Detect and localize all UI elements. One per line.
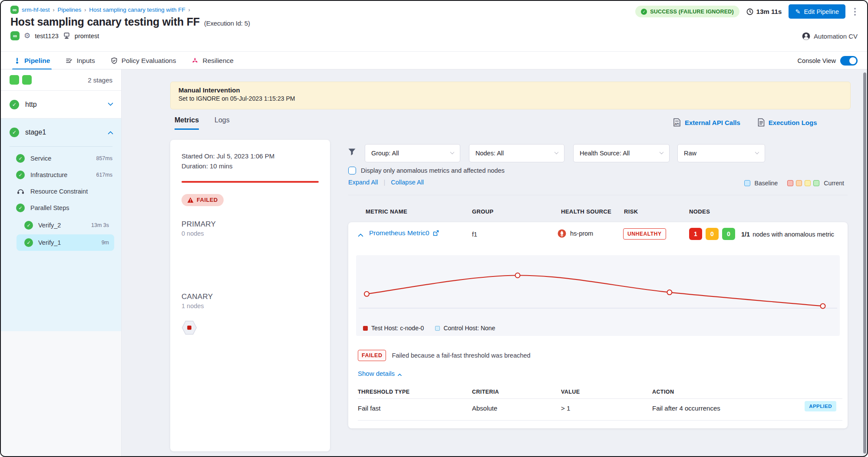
success-icon: ✓ xyxy=(16,171,25,179)
tab-resilience[interactable]: Resilience xyxy=(191,52,234,70)
divider xyxy=(358,420,842,421)
warning-triangle-icon xyxy=(187,197,194,203)
data-type-select[interactable]: Raw xyxy=(677,144,765,162)
breadcrumb-pipelines[interactable]: Pipelines xyxy=(58,7,82,13)
header-actions: ✓ SUCCESS (FAILURE IGNORED) 13m 11s ✎ Ed… xyxy=(635,4,858,19)
baseline-current-legend: Baseline Current xyxy=(744,180,844,187)
clock-icon xyxy=(746,8,753,15)
chevron-up-icon[interactable] xyxy=(108,131,113,136)
expand-collapse-row: Expand All | Collapse All xyxy=(348,179,424,186)
step-item-verify-1-selected[interactable]: ✓ Verify_1 9m xyxy=(17,234,114,251)
expand-all-link[interactable]: Expand All xyxy=(348,179,378,186)
app-window: ∞ srm-hf-test › Pipelines › Host samplin… xyxy=(0,0,868,457)
verify-panel-tabs: Metrics Logs xyxy=(175,116,230,130)
anomalous-checkbox[interactable] xyxy=(348,167,356,174)
step-item-resource-constraint[interactable]: Resource Constraint xyxy=(1,183,121,200)
collapse-metric-chevron-icon[interactable] xyxy=(358,233,363,239)
col-header-group: GROUP xyxy=(472,208,494,215)
node-risk-counts: 1 0 0 xyxy=(689,228,735,240)
tab-pipeline[interactable]: Pipeline xyxy=(14,52,50,70)
applied-badge: APPLIED xyxy=(805,401,836,411)
group-filter-select[interactable]: Group: All xyxy=(365,144,460,162)
step-item-verify-2[interactable]: ✓ Verify_2 13m 3s xyxy=(17,217,114,233)
vertical-scrollbar[interactable] xyxy=(863,72,866,454)
success-icon: ✓ xyxy=(24,238,33,247)
elapsed-time: 13m 11s xyxy=(746,8,782,15)
gear-icon: ⚙ xyxy=(24,32,30,39)
value-cell: > 1 xyxy=(561,404,570,412)
col-header-nodes: NODES xyxy=(689,208,710,215)
primary-node-count: 0 nodes xyxy=(182,230,319,237)
breadcrumb: ∞ srm-hf-test › Pipelines › Host samplin… xyxy=(10,6,190,14)
legend-control-host: Control Host: None xyxy=(435,325,495,332)
edit-pipeline-button[interactable]: ✎ Edit Pipeline xyxy=(789,4,845,19)
step-item-parallel-steps[interactable]: ✓ Parallel Steps xyxy=(1,200,121,216)
queue-icon xyxy=(17,188,25,195)
chevron-down-icon xyxy=(660,150,664,154)
tab-policy-evaluations[interactable]: Policy Evaluations xyxy=(111,52,176,70)
pipeline-icon xyxy=(14,57,20,64)
success-check-icon: ✓ xyxy=(641,9,647,15)
canary-node-count: 1 nodes xyxy=(182,302,319,309)
step-item-infrastructure[interactable]: ✓ Infrastructure 617ms xyxy=(1,167,121,183)
stage-square-icon xyxy=(22,75,32,85)
anomalous-checkbox-label: Display only anomalous metrics and affec… xyxy=(361,167,505,174)
metric-name-link[interactable]: Prometheus Metric0 xyxy=(369,229,439,237)
healthy-node-count: 0 xyxy=(722,228,735,240)
main-tabbar: Pipeline Inputs Policy Evaluations Resil… xyxy=(1,51,868,69)
metric-chart-svg xyxy=(356,255,840,336)
nodes-filter-select[interactable]: Nodes: All xyxy=(469,144,564,162)
metric-row-panel: Prometheus Metric0 f1 hs-prom UNHEALTHY … xyxy=(348,222,848,428)
tab-logs[interactable]: Logs xyxy=(215,116,230,130)
external-link-icon xyxy=(433,230,439,236)
more-options-menu[interactable] xyxy=(852,6,858,17)
filter-funnel-icon xyxy=(348,148,356,156)
page-header: ∞ srm-hf-test › Pipelines › Host samplin… xyxy=(1,1,868,51)
legend-test-host: Test Host: c-node-0 xyxy=(363,325,424,332)
stage-square-icon xyxy=(10,75,19,85)
tab-metrics[interactable]: Metrics xyxy=(175,116,199,130)
console-view-toggle[interactable] xyxy=(840,56,858,66)
chevron-down-icon xyxy=(755,150,759,154)
chevron-down-icon[interactable] xyxy=(108,100,113,106)
tab-inputs[interactable]: Inputs xyxy=(66,52,95,70)
external-api-calls-link[interactable]: API External API Calls xyxy=(673,118,740,127)
divider xyxy=(10,146,112,147)
show-details-link[interactable]: Show details xyxy=(358,370,401,377)
inputs-icon xyxy=(66,57,73,64)
anomalous-nodes-summary: 1/1nodes with anomalous metric xyxy=(741,231,834,238)
col-header-health-source: HEALTH SOURCE xyxy=(561,208,611,215)
chevron-down-icon xyxy=(554,150,559,154)
banner-title: Manual Intervention xyxy=(178,86,842,94)
breadcrumb-project[interactable]: srm-hf-test xyxy=(22,7,50,13)
divider: | xyxy=(384,179,386,186)
col-header-action: ACTION xyxy=(652,389,674,395)
step-item-service[interactable]: ✓ Service 857ms xyxy=(1,150,121,167)
primary-label: PRIMARY xyxy=(182,220,319,229)
execution-logs-link[interactable]: Execution Logs xyxy=(758,118,817,127)
collapse-all-link[interactable]: Collapse All xyxy=(391,179,424,186)
environment-tag[interactable]: promtest xyxy=(75,33,99,39)
harness-logo-icon: ∞ xyxy=(10,6,19,14)
criteria-cell: Absolute xyxy=(472,404,497,412)
divider xyxy=(348,195,848,195)
manual-intervention-banner: Manual Intervention Set to IGNORE on 05-… xyxy=(170,82,851,109)
stage-item-stage1[interactable]: ✓ stage1 xyxy=(1,118,121,146)
service-tag[interactable]: test1123 xyxy=(35,33,59,39)
execution-stage-sidebar: 2 stages ✓ http ✓ stage1 ✓ Service 857ms… xyxy=(1,69,122,457)
breadcrumb-separator: › xyxy=(188,7,190,13)
stage-item-http[interactable]: ✓ http xyxy=(1,91,121,118)
failure-message: Failed because a fail-fast threshold was… xyxy=(392,352,530,359)
duration: Duration: 10 mins xyxy=(182,161,319,171)
canary-node-hexagon[interactable] xyxy=(182,320,197,335)
health-source-filter-select[interactable]: Health Source: All xyxy=(573,144,670,162)
chevron-up-icon xyxy=(398,373,402,378)
canary-label: CANARY xyxy=(182,293,319,301)
verify-panel-links: API External API Calls Execution Logs xyxy=(673,118,817,127)
metric-timeseries-chart[interactable]: Test Host: c-node-0 Control Host: None xyxy=(356,255,840,336)
metric-group-cell: f1 xyxy=(472,231,477,238)
banner-message: Set to IGNORE on 05-Jul-2023 1:15:23 PM xyxy=(178,95,842,102)
stage1-section: ✓ stage1 ✓ Service 857ms ✓ Infrastructur… xyxy=(1,118,121,331)
current-swatch-green xyxy=(813,180,819,186)
breadcrumb-pipeline-name[interactable]: Host sampling canary testing with FF xyxy=(89,7,185,13)
